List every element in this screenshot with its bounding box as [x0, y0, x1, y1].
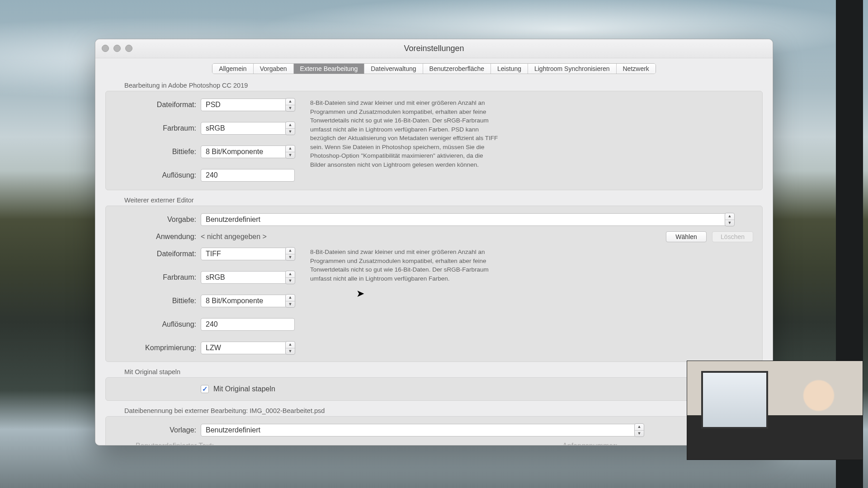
input-resolution[interactable]: 240	[201, 169, 295, 182]
label-bit-depth-ext: Bittiefe:	[115, 297, 201, 305]
label-preset: Vorgabe:	[115, 216, 201, 224]
window-title: Voreinstellungen	[95, 44, 773, 53]
panel-stack: Mit Original stapeln	[105, 377, 763, 401]
maximize-icon[interactable]	[125, 45, 132, 52]
tab-dateiverwaltung[interactable]: Dateiverwaltung	[364, 64, 423, 74]
section-title-stack: Mit Original stapeln	[105, 368, 763, 375]
label-resolution-ext: Auflösung:	[115, 320, 201, 328]
preferences-window: Voreinstellungen Allgemein Vorgaben Exte…	[95, 39, 773, 446]
label-color-space-ext: Farbraum:	[115, 273, 201, 282]
help-text-external: 8-Bit-Dateien sind zwar kleiner und mit …	[310, 248, 500, 283]
clear-button: Löschen	[712, 231, 753, 242]
select-bit-depth-ext[interactable]: 8 Bit/Komponente	[201, 295, 295, 307]
label-custom-text: Benutzerdefinierter Text:	[136, 442, 214, 446]
select-file-format-ext[interactable]: TIFF	[201, 248, 295, 260]
choose-button[interactable]: Wählen	[666, 231, 707, 242]
stepper-icon[interactable]: ▲▼	[285, 294, 295, 308]
application-value: < nicht angegeben >	[201, 233, 267, 241]
label-file-format: Dateiformat:	[115, 101, 201, 109]
tab-benutzeroberflaeche[interactable]: Benutzeroberfläche	[423, 64, 491, 74]
tab-vorgaben[interactable]: Vorgaben	[254, 64, 294, 74]
webcam-overlay	[687, 361, 863, 460]
select-color-space[interactable]: sRGB	[201, 122, 295, 135]
section-title-photoshop: Bearbeitung in Adobe Photoshop CC 2019	[105, 82, 763, 89]
panel-external: Vorgabe: Benutzerdefiniert ▲▼ Anwendung:…	[105, 206, 763, 362]
traffic-lights	[102, 45, 132, 52]
tab-leistung[interactable]: Leistung	[491, 64, 528, 74]
label-start-number: Anfangsnummer:	[562, 442, 618, 446]
stepper-icon[interactable]: ▲▼	[725, 213, 735, 226]
tab-lightroom-sync[interactable]: Lightroom Synchronisieren	[528, 64, 617, 74]
select-color-space-ext[interactable]: sRGB	[201, 271, 295, 284]
select-file-format[interactable]: PSD	[201, 99, 295, 111]
section-title-naming: Dateibenennung bei externer Bearbeitung:…	[105, 407, 763, 414]
tab-externe-bearbeitung[interactable]: Externe Bearbeitung	[294, 64, 365, 74]
label-resolution: Auflösung:	[115, 171, 201, 179]
select-bit-depth[interactable]: 8 Bit/Komponente	[201, 145, 295, 158]
input-resolution-ext[interactable]: 240	[201, 318, 295, 331]
label-template: Vorlage:	[115, 426, 201, 434]
stepper-icon[interactable]: ▲▼	[285, 122, 295, 135]
help-text-photoshop: 8-Bit-Dateien sind zwar kleiner und mit …	[310, 99, 500, 169]
select-preset[interactable]: Benutzerdefiniert	[201, 213, 734, 226]
label-color-space: Farbraum:	[115, 124, 201, 132]
tab-netzwerk[interactable]: Netzwerk	[617, 64, 656, 74]
select-template[interactable]: Benutzerdefiniert	[201, 424, 644, 436]
stepper-icon[interactable]: ▲▼	[285, 98, 295, 112]
panel-photoshop: Dateiformat: PSD ▲▼ Farbraum: sRGB ▲▼	[105, 91, 763, 190]
stepper-icon[interactable]: ▲▼	[285, 247, 295, 261]
close-icon[interactable]	[102, 45, 109, 52]
stepper-icon[interactable]: ▲▼	[285, 271, 295, 284]
stepper-icon[interactable]: ▲▼	[634, 423, 644, 437]
pref-tabs: Allgemein Vorgaben Externe Bearbeitung D…	[95, 61, 773, 76]
stepper-icon[interactable]: ▲▼	[285, 145, 295, 159]
label-application: Anwendung:	[115, 233, 201, 241]
select-compression[interactable]: LZW	[201, 342, 295, 354]
checkbox-stack-label: Mit Original stapeln	[213, 385, 275, 393]
panel-naming: Vorlage: Benutzerdefiniert ▲▼ Benutzerde…	[105, 416, 763, 446]
minimize-icon[interactable]	[113, 45, 121, 52]
label-compression: Komprimierung:	[115, 344, 201, 352]
checkbox-stack[interactable]	[201, 385, 209, 393]
titlebar: Voreinstellungen	[95, 39, 773, 58]
section-title-external: Weiterer externer Editor	[105, 197, 763, 204]
stepper-icon[interactable]: ▲▼	[285, 341, 295, 355]
label-file-format-ext: Dateiformat:	[115, 250, 201, 258]
label-bit-depth: Bittiefe:	[115, 148, 201, 156]
tab-allgemein[interactable]: Allgemein	[212, 64, 253, 74]
